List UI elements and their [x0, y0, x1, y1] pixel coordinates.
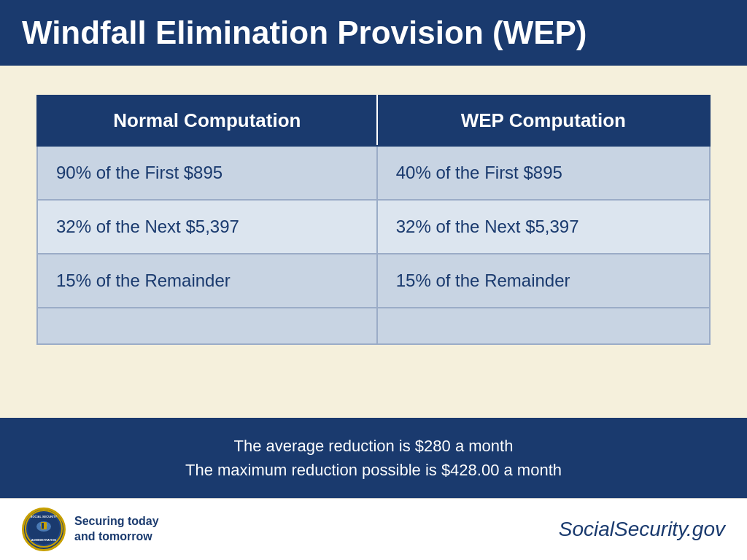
wep-row2: 32% of the Next $5,397 — [377, 200, 710, 254]
main-content: Normal Computation WEP Computation 90% o… — [0, 66, 747, 418]
table-row: 90% of the First $895 40% of the First $… — [37, 146, 710, 200]
svg-text:ADMINISTRATION: ADMINISTRATION — [31, 538, 56, 542]
svg-text:SOCIAL SECURITY: SOCIAL SECURITY — [31, 515, 58, 518]
ssa-website: SocialSecurity.gov — [559, 518, 725, 541]
normal-row1: 90% of the First $895 — [37, 146, 377, 200]
normal-row2: 32% of the Next $5,397 — [37, 200, 377, 254]
svg-rect-7 — [42, 523, 44, 529]
footer-line2: The maximum reduction possible is $428.0… — [22, 458, 725, 482]
tagline-line1: Securing today — [74, 515, 159, 527]
table-row: 32% of the Next $5,397 32% of the Next $… — [37, 200, 710, 254]
normal-row3: 15% of the Remainder — [37, 254, 377, 308]
tagline-line2: and tomorrow — [74, 530, 152, 542]
normal-row4 — [37, 308, 377, 344]
col1-header: Normal Computation — [37, 96, 377, 146]
ssa-seal: SOCIAL SECURITY ADMINISTRATION — [22, 508, 66, 551]
wep-row4 — [377, 308, 710, 344]
wep-row3: 15% of the Remainder — [377, 254, 710, 308]
wep-row1: 40% of the First $895 — [377, 146, 710, 200]
footer-line1: The average reduction is $280 a month — [22, 434, 725, 458]
table-row: 15% of the Remainder 15% of the Remainde… — [37, 254, 710, 308]
header-banner: Windfall Elimination Provision (WEP) — [0, 0, 747, 66]
bottom-bar: SOCIAL SECURITY ADMINISTRATION Securing … — [0, 498, 747, 560]
page-title: Windfall Elimination Provision (WEP) — [22, 15, 587, 50]
comparison-table: Normal Computation WEP Computation 90% o… — [36, 95, 711, 345]
table-row-empty — [37, 308, 710, 344]
col2-header: WEP Computation — [377, 96, 710, 146]
ssa-logo: SOCIAL SECURITY ADMINISTRATION Securing … — [22, 508, 159, 551]
ssa-tagline: Securing today and tomorrow — [74, 514, 159, 545]
ssa-seal-text: SOCIAL SECURITY ADMINISTRATION — [24, 509, 63, 551]
footer-info-bar: The average reduction is $280 a month Th… — [0, 418, 747, 498]
